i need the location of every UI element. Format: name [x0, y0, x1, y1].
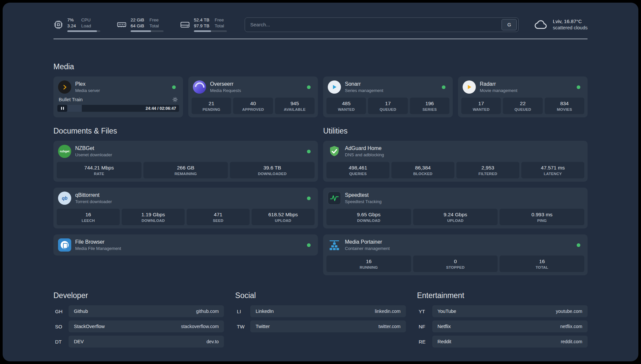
service-desc: Container management — [345, 246, 390, 252]
search-provider-button[interactable]: G — [502, 19, 517, 30]
disk-progress-bar — [194, 30, 227, 32]
cloud-icon — [534, 17, 548, 32]
service-card-nzbget[interactable]: nzbget NZBGet Usenet downloader 744.21 M… — [53, 141, 318, 182]
stat-upload: 9.24 Gbps UPLOAD — [413, 209, 498, 225]
service-name: AdGuard Home — [345, 145, 384, 152]
overseerr-icon — [193, 80, 206, 94]
cpu-progress-bar — [67, 30, 100, 32]
search-bar[interactable]: G — [245, 17, 519, 32]
bookmark-stackoverflow[interactable]: SO StackOverflow stackoverflow.com — [53, 320, 224, 332]
memory-total-value: 64 GiB — [131, 23, 144, 29]
status-dot — [307, 197, 311, 200]
pause-button[interactable] — [57, 105, 67, 112]
stat-available: 945 AVAILABLE — [275, 98, 315, 114]
topbar-divider — [53, 39, 588, 39]
search-input[interactable] — [245, 18, 502, 32]
qbittorrent-icon: qb — [58, 192, 71, 205]
cpu-usage-percent: 7% — [67, 17, 76, 23]
memory-widget: 22 GiB 64 GiB Free Total — [117, 17, 164, 32]
stat-wanted: 17 WANTED — [461, 98, 501, 114]
service-desc: Series management — [345, 88, 383, 94]
stat-latency: 47.571 ms LATENCY — [521, 162, 584, 178]
filebrowser-icon — [58, 238, 71, 252]
weather-location: Lviv, 16.87°C — [553, 18, 588, 25]
bookmark-dev[interactable]: DT DEV dev.to — [53, 336, 224, 348]
bookmark-url: twitter.com — [379, 324, 401, 329]
stat-total: 16 TOTAL — [500, 256, 584, 272]
service-name: Media Portainer — [345, 239, 390, 246]
stat-series: 196 SERIES — [410, 98, 449, 114]
stat-movies: 834 MOVIES — [545, 98, 584, 114]
bookmark-url: reddit.com — [561, 339, 582, 344]
memory-icon — [117, 20, 127, 30]
bookmark-reddit[interactable]: RE Reddit reddit.com — [417, 336, 588, 348]
now-playing-widget: Bullet Train — [57, 96, 180, 112]
bookmark-youtube[interactable]: YT YouTube youtube.com — [417, 305, 588, 317]
playback-progress-bar[interactable]: 24:44 / 02:06:47 — [57, 105, 179, 112]
cpu-label: CPU — [81, 17, 91, 23]
status-dot — [307, 150, 311, 153]
bookmark-linkedin[interactable]: LI LinkedIn linkedin.com — [235, 305, 406, 317]
bookmark-name: StackOverflow — [74, 324, 105, 329]
bookmark-url: linkedin.com — [375, 309, 401, 314]
section-title-documents: Documents & Files — [53, 127, 318, 136]
stat-ping: 0.993 ms PING — [500, 209, 584, 225]
service-card-adguard[interactable]: AdGuard Home DNS and adblocking 498,461 … — [323, 141, 588, 182]
service-desc: Speedtest Tracking — [345, 199, 382, 205]
playback-time: 24:44 / 02:06:47 — [146, 106, 179, 111]
stat-queued: 22 QUEUED — [503, 98, 542, 114]
service-desc: Media Requests — [210, 88, 241, 94]
disk-widget: 52.4 TB 97.9 TB Free Total — [180, 17, 227, 32]
memory-progress-fill — [131, 30, 151, 32]
service-desc: Usenet downloader — [75, 152, 112, 158]
bookmark-abbr: RE — [417, 339, 432, 345]
disk-icon — [180, 20, 190, 30]
service-name: Sonarr — [345, 81, 383, 88]
memory-free-label: Free — [149, 17, 159, 23]
disk-total-value: 97.9 TB — [194, 23, 209, 29]
section-title-developer: Developer — [53, 291, 224, 300]
now-playing-title: Bullet Train — [59, 97, 83, 102]
service-desc: Movie management — [480, 88, 517, 94]
stat-remaining: 266 GB REMAINING — [143, 162, 228, 178]
bookmark-url: netflix.com — [560, 324, 582, 329]
service-card-filebrowser[interactable]: File Browser Media File Management — [53, 234, 318, 256]
bookmark-name: Twitter — [256, 324, 270, 329]
cpu-progress-fill — [67, 30, 97, 32]
service-card-qbittorrent[interactable]: qb qBittorrent Torrent downloader 16 LEE… — [53, 188, 318, 228]
top-bar: 7% 3.24 CPU Load — [53, 17, 588, 32]
bookmark-abbr: LI — [235, 309, 250, 314]
bookmark-name: DEV — [74, 339, 84, 344]
service-card-radarr[interactable]: Radarr Movie management 17 WANTED 22 QUE… — [458, 76, 588, 117]
service-desc: Media server — [75, 88, 100, 94]
service-name: File Browser — [75, 239, 121, 246]
bookmark-abbr: GH — [53, 309, 69, 314]
memory-progress-bar — [131, 30, 164, 32]
cpu-load-value: 3.24 — [67, 23, 76, 29]
gear-icon[interactable] — [172, 97, 178, 102]
dashboard-content: 7% 3.24 CPU Load — [53, 3, 588, 351]
bookmark-github[interactable]: GH Github github.com — [53, 305, 224, 317]
bookmark-twitter[interactable]: TW Twitter twitter.com — [235, 320, 406, 332]
service-card-plex[interactable]: Plex Media server Bullet Train — [53, 76, 183, 117]
service-card-sonarr[interactable]: Sonarr Series management 485 WANTED 17 Q… — [323, 76, 453, 117]
cpu-chip-icon — [53, 20, 63, 30]
bookmark-abbr: DT — [53, 339, 69, 345]
service-name: Speedtest — [345, 192, 382, 199]
service-desc: DNS and adblocking — [345, 152, 384, 158]
service-card-speedtest[interactable]: Speedtest Speedtest Tracking 9.65 Gbps D… — [323, 188, 588, 228]
bookmark-netflix[interactable]: NF Netflix netflix.com — [417, 320, 588, 332]
stat-running: 16 RUNNING — [326, 256, 411, 272]
service-card-portainer[interactable]: Media Portainer Container management 16 … — [323, 234, 588, 275]
utilities-section: Utilities AdGuard Home — [323, 127, 588, 275]
weather-widget: Lviv, 16.87°C scattered clouds — [534, 17, 588, 32]
pause-icon — [61, 107, 62, 110]
memory-total-label: Total — [149, 23, 159, 29]
documents-section: Documents & Files nzbget NZBGet Usenet d… — [53, 127, 318, 256]
stat-seed: 471 SEED — [187, 209, 250, 225]
bookmark-name: YouTube — [438, 309, 456, 314]
status-dot — [577, 85, 580, 89]
dashboard: 7% 3.24 CPU Load — [3, 3, 638, 361]
section-title-social: Social — [235, 291, 406, 300]
service-card-overseerr[interactable]: Overseerr Media Requests 21 PENDING 40 A… — [188, 76, 318, 117]
